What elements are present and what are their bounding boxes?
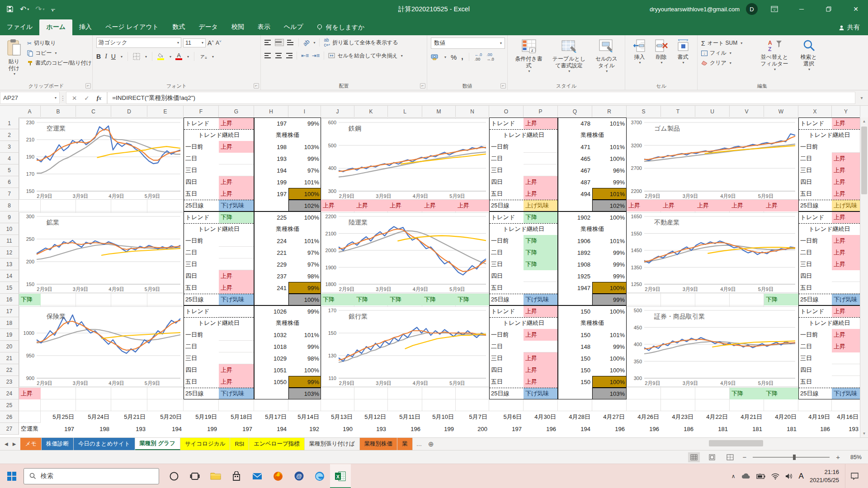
grid-cell-H17[interactable]: 1026 [254, 305, 288, 317]
sheet-tab-RSI[interactable]: RSI [230, 438, 249, 450]
format-painter-button[interactable]: 書式のコピー/貼り付け [27, 59, 92, 67]
grid-cell-G15[interactable]: 上昇 [219, 282, 254, 294]
grid-cell-F17[interactable]: トレンド [184, 305, 219, 317]
grid-cell-F18[interactable]: トレンド継続日 [184, 317, 254, 329]
sheet-tab-業種別 グラフ[interactable]: 業種別 グラフ [135, 438, 180, 450]
grid-cell-H9[interactable]: 225 [254, 211, 288, 223]
chart-陸運業[interactable]: 220021002000190018002月9日3月9日4月9日5月9日陸運業 [321, 212, 489, 293]
ribbon-tab-数式[interactable]: 数式 [165, 19, 192, 35]
align-center-icon[interactable] [275, 53, 282, 58]
column-header-P[interactable]: P [524, 106, 558, 117]
grid-cell[interactable] [76, 399, 111, 411]
row-header-13[interactable]: 13 [0, 258, 19, 270]
grid-cell-Q21[interactable]: 150 [558, 352, 592, 364]
percent-icon[interactable]: % [451, 53, 457, 61]
grid-cell-Y8[interactable]: 上げ気味 [832, 200, 860, 211]
grid-cell-S27[interactable]: 196 [627, 423, 661, 435]
grid-cell-O8[interactable]: 25日線 [489, 200, 524, 211]
insert-cells-button[interactable]: 挿入▾ [630, 38, 649, 82]
grid-cell-Y6[interactable]: 上昇 [832, 176, 860, 188]
grid-cell-Y13[interactable]: 上昇 [832, 258, 860, 270]
align-middle-icon[interactable] [275, 39, 284, 46]
grid-cell[interactable] [832, 352, 860, 364]
align-left-icon[interactable] [264, 53, 272, 58]
grid-cell-P12[interactable]: 下降 [524, 247, 558, 258]
grid-cell[interactable] [111, 388, 147, 399]
grid-cell-G23[interactable]: 上昇 [219, 376, 254, 388]
insert-function-icon[interactable]: fx [97, 94, 102, 102]
column-header-S[interactable]: S [627, 106, 661, 117]
sheet-tab-株価診断[interactable]: 株価診断 [42, 438, 74, 450]
grid-cell-F7[interactable]: 五日 [184, 188, 219, 200]
grid-cell[interactable] [254, 388, 288, 399]
store-taskbar-icon[interactable] [226, 464, 247, 488]
grid-cell-P11[interactable]: 下降 [524, 235, 558, 247]
grid-cell-X6[interactable]: 四日 [798, 176, 832, 188]
grid-cell-O6[interactable]: 四日 [489, 176, 524, 188]
grid-cell-G24[interactable]: 下げ気味 [219, 388, 254, 399]
ribbon-tab-ヘルプ[interactable]: ヘルプ [277, 19, 310, 35]
column-header-Y[interactable]: Y [832, 106, 860, 117]
grid-cell-O3[interactable]: 一日前 [489, 141, 524, 153]
grid-cell-X15[interactable]: 五日 [798, 282, 832, 294]
align-right-icon[interactable] [285, 53, 292, 58]
scroll-up-icon[interactable]: ▲ [860, 117, 868, 125]
grid-cell-X21[interactable]: 三日 [798, 352, 832, 364]
chart-ゴム製品[interactable]: 37003200270022002月9日3月9日4月9日5月9日ゴム製品 [627, 118, 798, 200]
grid-cell-K26[interactable]: 5月12日 [354, 411, 388, 423]
grid-cell-W26[interactable]: 4月20日 [764, 411, 798, 423]
fill-color-icon[interactable] [157, 53, 165, 60]
vertical-scrollbar[interactable]: ▲ ▼ [860, 117, 868, 437]
vertical-scroll-thumb[interactable] [861, 127, 867, 194]
grid-cell[interactable] [832, 364, 860, 376]
borders-icon[interactable] [133, 53, 140, 60]
grid-cell-P7[interactable]: 上昇 [524, 188, 558, 200]
grid-cell-Y27[interactable]: 193 [832, 423, 860, 435]
grid-cell-H22[interactable]: 1051 [254, 364, 288, 376]
column-header-U[interactable]: U [695, 106, 730, 117]
column-header-V[interactable]: V [730, 106, 764, 117]
orientation-icon[interactable]: ab [302, 38, 311, 47]
font-color-icon[interactable]: A [175, 53, 182, 60]
grid-cell[interactable] [147, 200, 184, 211]
grid-cell-G1[interactable]: 上昇 [219, 117, 254, 129]
grid-cell-H14[interactable]: 237 [254, 270, 288, 282]
grid-cell-O14[interactable]: 四日 [489, 270, 524, 282]
grid-cell-U26[interactable]: 4月22日 [695, 411, 730, 423]
undo-icon[interactable]: ↶▾ [20, 5, 29, 14]
grid-cell-Y1[interactable]: 上昇 [832, 117, 860, 129]
grid-cell-T26[interactable]: 4月23日 [661, 411, 695, 423]
grid-cell[interactable] [627, 294, 661, 305]
column-header-Q[interactable]: Q [558, 106, 592, 117]
grid-cell[interactable] [219, 341, 254, 352]
grid-cell-F23[interactable]: 五日 [184, 376, 219, 388]
grid-cell-F5[interactable]: 三日 [184, 164, 219, 176]
grid-cell-Q14[interactable]: 1925 [558, 270, 592, 282]
row-header-3[interactable]: 3 [0, 141, 19, 153]
grid-cell-O23[interactable]: 五日 [489, 376, 524, 388]
grid-cell[interactable] [111, 294, 147, 305]
column-header-T[interactable]: T [661, 106, 695, 117]
grid-cell-H11[interactable]: 224 [254, 235, 288, 247]
grid-cell-O22[interactable]: 四日 [489, 364, 524, 376]
mail-taskbar-icon[interactable] [247, 464, 268, 488]
grid-cell[interactable] [524, 341, 558, 352]
ribbon-tab-表示[interactable]: 表示 [251, 19, 277, 35]
grid-cell-O16[interactable]: 25日線 [489, 294, 524, 305]
grid-cell-X19[interactable]: 一日前 [798, 329, 832, 341]
column-header-I[interactable]: I [288, 106, 321, 117]
taskbar-search[interactable]: 検索 [24, 468, 159, 484]
grid-cell[interactable] [661, 388, 695, 399]
row-header-17[interactable]: 17 [0, 305, 19, 317]
grid-cell-P23[interactable]: 上昇 [524, 376, 558, 388]
grid-cell-X10[interactable]: トレンド継続日 [798, 223, 860, 235]
grid-cell[interactable] [627, 388, 661, 399]
grid-cell-Q13[interactable]: 1908 [558, 258, 592, 270]
column-header-X[interactable]: X [798, 106, 832, 117]
grid-cell[interactable] [524, 153, 558, 164]
grid-cell-F13[interactable]: 三日 [184, 258, 219, 270]
row-header-21[interactable]: 21 [0, 352, 19, 364]
grid-cell-Y16[interactable]: 下げ気味 [832, 294, 860, 305]
grid-cell[interactable] [76, 294, 111, 305]
align-top-icon[interactable] [264, 40, 272, 45]
